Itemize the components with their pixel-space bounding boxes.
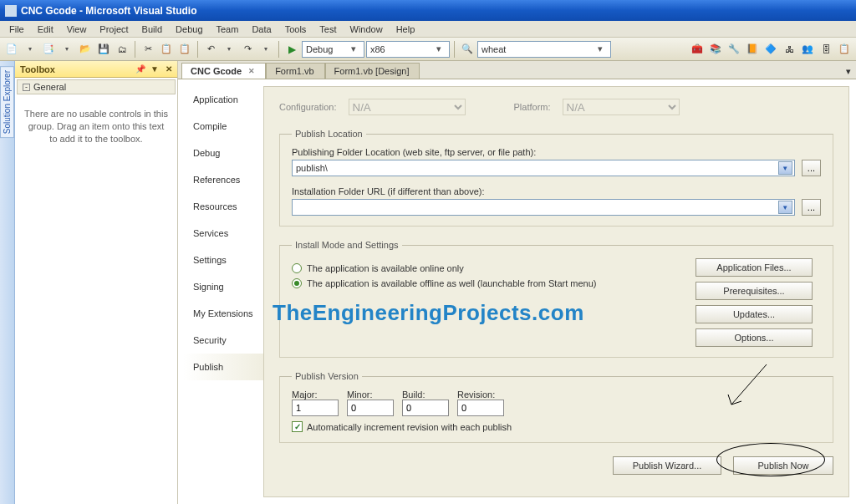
solution-explorer-icon[interactable]: 📚	[707, 41, 724, 58]
toolbar-separator	[197, 41, 198, 58]
nav-application[interactable]: Application	[183, 86, 263, 113]
server-explorer-icon[interactable]: 🖧	[781, 41, 797, 58]
paste-icon[interactable]: 📋	[176, 41, 193, 58]
publish-now-button[interactable]: Publish Now	[733, 456, 833, 475]
options-button[interactable]: Options...	[696, 328, 813, 347]
chevron-down-icon[interactable]: ▼	[778, 161, 792, 175]
auto-increment-checkbox[interactable]: ✓ Automatically increment revision with …	[292, 421, 821, 432]
nav-compile[interactable]: Compile	[183, 113, 263, 140]
menu-help[interactable]: Help	[390, 22, 422, 37]
revision-input[interactable]	[457, 400, 504, 416]
menu-view[interactable]: View	[60, 22, 94, 37]
collapse-icon[interactable]: -	[23, 84, 30, 91]
checkbox-checked-icon: ✓	[292, 421, 303, 432]
solution-config-combo[interactable]: Debug▾	[302, 41, 364, 58]
chevron-down-icon[interactable]: ▼	[778, 201, 792, 214]
minor-label: Minor:	[347, 389, 394, 400]
radio-offline[interactable]: The application is available offline as …	[292, 278, 696, 288]
install-url-combo[interactable]: ▼	[292, 199, 795, 216]
toolbar-separator	[278, 41, 279, 58]
application-files-button[interactable]: Application Files...	[696, 258, 813, 277]
undo-dropdown-icon[interactable]: ▾	[221, 41, 237, 58]
browse-install-url-button[interactable]: ...	[802, 199, 821, 216]
major-input[interactable]	[292, 400, 339, 416]
publishing-folder-combo[interactable]: publish\ ▼	[292, 160, 795, 176]
menubar: File Edit View Project Build Debug Team …	[0, 21, 856, 38]
tab-overflow-icon[interactable]: ▾	[841, 64, 856, 79]
menu-project[interactable]: Project	[93, 22, 135, 37]
close-tab-icon[interactable]: ✕	[248, 67, 255, 75]
save-icon[interactable]: 💾	[95, 41, 112, 58]
build-input[interactable]	[402, 400, 449, 416]
nav-publish[interactable]: Publish	[183, 354, 263, 380]
menu-build[interactable]: Build	[135, 22, 169, 37]
configuration-label: Configuration:	[279, 102, 337, 112]
install-mode-legend: Install Mode and Settings	[292, 240, 402, 250]
find-combo[interactable]: wheat▾	[477, 41, 611, 58]
solution-platform-combo[interactable]: x86▾	[366, 41, 450, 58]
new-project-icon[interactable]: 📄	[3, 41, 20, 58]
tab-cnc-gcode[interactable]: CNC Gcode✕	[181, 63, 266, 79]
class-view-icon[interactable]: 🔷	[762, 41, 779, 58]
publish-version-group: Publish Version Major: Minor: Build: Rev…	[279, 371, 833, 443]
close-icon[interactable]: ✕	[166, 64, 172, 74]
data-sources-icon[interactable]: 🗄	[818, 41, 834, 58]
document-tabs: CNC Gcode✕ Form1.vb Form1.vb [Design] ▾	[178, 61, 856, 79]
publishing-folder-value: publish\	[296, 163, 778, 173]
prerequisites-button[interactable]: Prerequisites...	[696, 282, 813, 300]
toolbox-dropdown-icon[interactable]: ▼	[150, 64, 159, 74]
object-browser-icon[interactable]: 📙	[744, 41, 761, 58]
error-list-icon[interactable]: 📋	[836, 41, 853, 58]
radio-online-only[interactable]: The application is available online only	[292, 263, 696, 273]
nav-my-extensions[interactable]: My Extensions	[183, 300, 263, 327]
team-explorer-icon[interactable]: 👥	[799, 41, 816, 58]
publish-location-legend: Publish Location	[292, 129, 366, 139]
cut-icon[interactable]: ✂	[140, 41, 156, 58]
editor-area: CNC Gcode✕ Form1.vb Form1.vb [Design] ▾ …	[178, 61, 856, 504]
find-icon[interactable]: 🔍	[459, 41, 476, 58]
nav-resources[interactable]: Resources	[183, 193, 263, 220]
tab-form1-design[interactable]: Form1.vb [Design]	[325, 63, 420, 79]
nav-settings[interactable]: Settings	[183, 247, 263, 273]
nav-references[interactable]: References	[183, 166, 263, 193]
pin-icon[interactable]: 📌	[135, 64, 145, 74]
menu-edit[interactable]: Edit	[31, 22, 60, 37]
menu-data[interactable]: Data	[245, 22, 278, 37]
properties-icon[interactable]: 🔧	[726, 41, 742, 58]
nav-security[interactable]: Security	[183, 327, 263, 354]
nav-services[interactable]: Services	[183, 220, 263, 247]
menu-file[interactable]: File	[3, 22, 31, 37]
menu-tools[interactable]: Tools	[278, 22, 313, 37]
menu-test[interactable]: Test	[313, 22, 343, 37]
major-label: Major:	[292, 389, 339, 400]
toolbox-header: Toolbox ▼ 📌 ✕	[15, 61, 177, 78]
copy-icon[interactable]: 📋	[158, 41, 175, 58]
updates-button[interactable]: Updates...	[696, 305, 813, 323]
solution-explorer-tab[interactable]: Solution Explorer	[0, 66, 14, 138]
undo-icon[interactable]: ↶	[202, 41, 219, 58]
nav-signing[interactable]: Signing	[183, 273, 263, 300]
new-project-dropdown-icon[interactable]: ▾	[22, 41, 38, 58]
install-mode-group: Install Mode and Settings The applicatio…	[279, 240, 833, 358]
menu-window[interactable]: Window	[344, 22, 390, 37]
start-debug-icon[interactable]: ▶	[283, 41, 300, 58]
toolbox-icon[interactable]: 🧰	[689, 41, 706, 58]
menu-team[interactable]: Team	[210, 22, 246, 37]
nav-debug[interactable]: Debug	[183, 140, 263, 166]
toolbox-group-general[interactable]: - General	[17, 79, 176, 94]
tab-form1-vb[interactable]: Form1.vb	[266, 63, 324, 79]
add-item-dropdown-icon[interactable]: ▾	[59, 41, 75, 58]
publish-wizard-button[interactable]: Publish Wizard...	[613, 456, 721, 475]
project-properties-page: Application Compile Debug References Res…	[178, 79, 856, 504]
properties-sidenav: Application Compile Debug References Res…	[183, 86, 263, 497]
toolbar-separator	[135, 41, 135, 58]
browse-publish-folder-button[interactable]: ...	[802, 160, 821, 176]
save-all-icon[interactable]: 🗂	[114, 41, 130, 58]
add-item-icon[interactable]: 📑	[40, 41, 57, 58]
toolbox-panel: Toolbox ▼ 📌 ✕ - General There are no usa…	[15, 61, 178, 504]
redo-dropdown-icon[interactable]: ▾	[257, 41, 274, 58]
minor-input[interactable]	[347, 400, 394, 416]
menu-debug[interactable]: Debug	[169, 22, 209, 37]
redo-icon[interactable]: ↷	[239, 41, 256, 58]
open-icon[interactable]: 📂	[77, 41, 94, 58]
